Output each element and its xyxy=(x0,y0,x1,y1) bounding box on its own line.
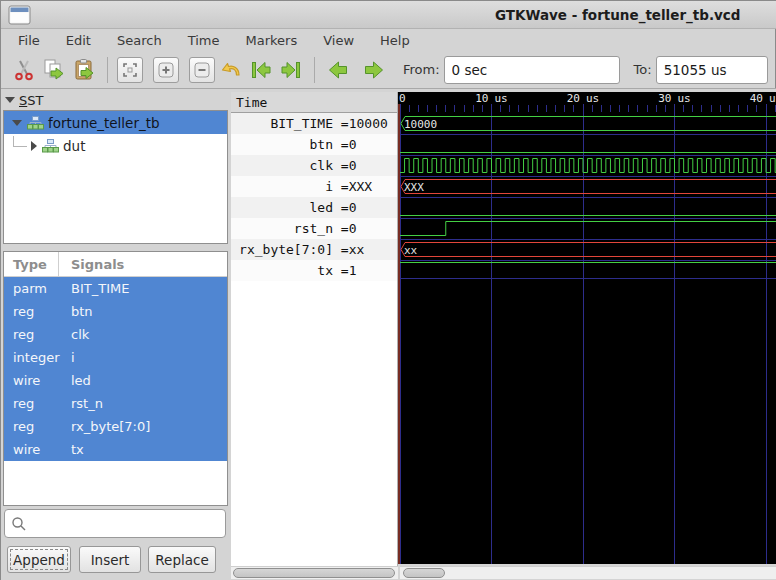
insert-button[interactable]: Insert xyxy=(79,546,141,573)
signal-type: wire xyxy=(4,442,59,457)
wave-name-row[interactable]: rst_n =0 xyxy=(231,218,397,239)
zoom-to-start-button[interactable] xyxy=(247,56,275,84)
wave-signal-value: XXX xyxy=(349,179,372,194)
zoom-undo-button[interactable] xyxy=(217,56,245,84)
tree-item-dut[interactable]: dut xyxy=(4,134,227,157)
arrow-right-icon xyxy=(362,58,386,82)
wave-signal-name: clk xyxy=(231,158,333,173)
wave-name-row[interactable]: led =0 xyxy=(231,197,397,218)
signal-name: clk xyxy=(59,327,89,342)
wave-signal-name: rx_byte[7:0] xyxy=(231,242,333,257)
window-menu-icon[interactable] xyxy=(7,4,33,26)
hierarchy-icon xyxy=(27,116,44,130)
svg-text:us: us xyxy=(495,92,508,105)
signal-name: rx_byte[7:0] xyxy=(59,419,150,434)
time-header-button[interactable]: Time xyxy=(231,92,397,113)
expander-closed-icon[interactable] xyxy=(31,141,37,151)
undo-arrow-icon xyxy=(219,58,243,82)
menu-view[interactable]: View xyxy=(310,31,367,50)
signal-row-tx[interactable]: wire tx xyxy=(4,438,227,461)
toolbar-separator xyxy=(107,57,108,83)
wave-signal-name: i xyxy=(231,179,333,194)
equals-separator: = xyxy=(333,242,349,257)
append-button[interactable]: Append xyxy=(7,546,71,573)
tree-item-fortune-teller-tb[interactable]: fortune_teller_tb xyxy=(4,111,227,134)
signal-row-clk[interactable]: reg clk xyxy=(4,323,227,346)
cut-button[interactable] xyxy=(10,56,38,84)
waveform-canvas[interactable]: 010us20us30us40us10000XXXxx xyxy=(398,92,776,564)
wave-name-row[interactable]: clk =0 xyxy=(231,155,397,176)
expander-open-icon[interactable] xyxy=(12,120,22,126)
signal-name: BIT_TIME xyxy=(59,281,129,296)
signal-search-box[interactable] xyxy=(4,509,226,538)
menu-help[interactable]: Help xyxy=(367,31,423,50)
zoom-fit-icon xyxy=(122,62,138,78)
signal-type: reg xyxy=(4,396,59,411)
title-bar: GTKWave - fortune_teller_tb.vcd xyxy=(1,1,776,29)
signal-name: rst_n xyxy=(59,396,103,411)
wave-horizontal-scrollbar[interactable] xyxy=(400,566,776,579)
find-next-edge-button[interactable] xyxy=(360,56,388,84)
signal-row-rx-byte[interactable]: reg rx_byte[7:0] xyxy=(4,415,227,438)
from-time-input[interactable] xyxy=(444,56,620,84)
gtkwave-window: GTKWave - fortune_teller_tb.vcd File Edi… xyxy=(0,0,776,580)
wave-signal-name: btn xyxy=(231,137,333,152)
menu-bar: File Edit Search Time Markers View Help xyxy=(1,29,776,51)
plus-icon xyxy=(158,62,174,78)
scrollbar-thumb[interactable] xyxy=(403,568,445,578)
equals-separator: = xyxy=(333,200,349,215)
signal-row-bit-time[interactable]: parm BIT_TIME xyxy=(4,277,227,300)
wave-signal-value: xx xyxy=(349,242,365,257)
menu-markers[interactable]: Markers xyxy=(232,31,310,50)
replace-button[interactable]: Replace xyxy=(148,546,216,573)
column-header-signals: Signals xyxy=(59,257,124,272)
svg-text:xx: xx xyxy=(404,244,418,257)
zoom-fit-button[interactable] xyxy=(117,57,143,83)
paste-button[interactable] xyxy=(70,56,98,84)
scrollbar-thumb[interactable] xyxy=(233,568,395,578)
wave-name-row[interactable]: btn =0 xyxy=(231,134,397,155)
wave-name-row[interactable]: i =XXX xyxy=(231,176,397,197)
signal-list: Type Signals parm BIT_TIME reg btn reg c… xyxy=(3,251,228,506)
wave-signal-value: 1 xyxy=(349,263,357,278)
arrow-bar-right-icon xyxy=(279,58,303,82)
signal-row-i[interactable]: integer i xyxy=(4,346,227,369)
wave-signal-value: 0 xyxy=(349,200,357,215)
sst-header[interactable]: SST xyxy=(5,92,43,108)
svg-text:10000: 10000 xyxy=(404,118,437,131)
equals-separator: = xyxy=(333,116,349,131)
paste-icon xyxy=(72,58,96,82)
signal-type: wire xyxy=(4,373,59,388)
equals-separator: = xyxy=(333,221,349,236)
signal-row-rst-n[interactable]: reg rst_n xyxy=(4,392,227,415)
collapse-triangle-icon xyxy=(5,97,15,103)
arrow-left-icon xyxy=(326,58,350,82)
wave-signal-value: 10000 xyxy=(349,116,388,131)
signal-row-led[interactable]: wire led xyxy=(4,369,227,392)
menu-search[interactable]: Search xyxy=(104,31,175,50)
main-area: SST fortune_teller_tb xyxy=(1,89,776,580)
wave-signal-value: 0 xyxy=(349,221,357,236)
wave-name-row[interactable]: rx_byte[7:0] =xx xyxy=(231,239,397,260)
copy-button[interactable] xyxy=(40,56,68,84)
signal-row-btn[interactable]: reg btn xyxy=(4,300,227,323)
wave-name-row[interactable]: tx =1 xyxy=(231,260,397,281)
search-input[interactable] xyxy=(27,510,225,537)
names-horizontal-scrollbar[interactable] xyxy=(231,566,398,579)
signal-type: parm xyxy=(4,281,59,296)
to-time-input[interactable] xyxy=(656,56,768,84)
wave-name-row[interactable]: BIT_TIME =10000 xyxy=(231,113,397,134)
zoom-to-end-button[interactable] xyxy=(277,56,305,84)
tree-connector xyxy=(13,136,27,147)
zoom-out-button[interactable] xyxy=(189,57,215,83)
zoom-in-button[interactable] xyxy=(153,57,179,83)
wave-names-panel: Time BIT_TIME =10000 btn =0 clk =0 i =XX… xyxy=(231,92,398,566)
menu-file[interactable]: File xyxy=(5,31,53,50)
search-icon xyxy=(11,516,27,532)
from-label: From: xyxy=(403,62,440,77)
find-previous-edge-button[interactable] xyxy=(324,56,352,84)
menu-time[interactable]: Time xyxy=(175,31,233,50)
svg-text:us: us xyxy=(678,92,691,105)
menu-edit[interactable]: Edit xyxy=(53,31,104,50)
wave-signal-name: tx xyxy=(231,263,333,278)
